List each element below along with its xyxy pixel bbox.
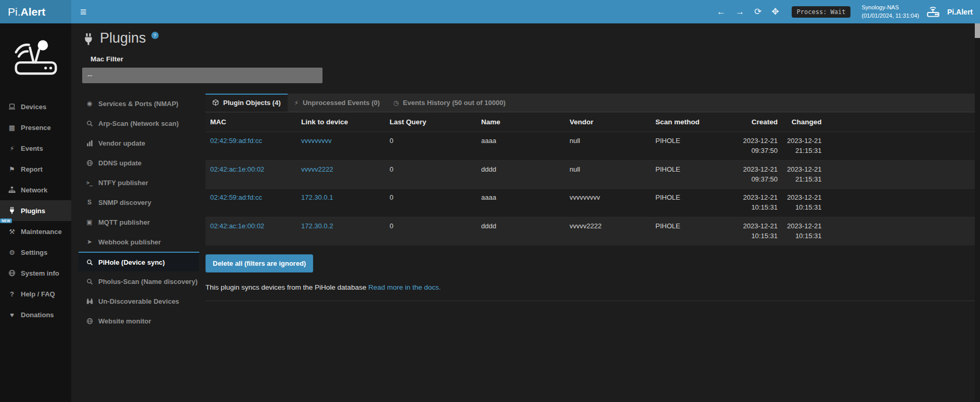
tab-label: Unprocessed Events (0) bbox=[303, 99, 380, 107]
sidebar-menu: Devices ▦ Presence ⚡ Events ⚑ Report Net… bbox=[0, 96, 71, 325]
sidebar-item-help-faq[interactable]: ? Help / FAQ bbox=[0, 283, 71, 304]
plugin-nav-item-pholus[interactable]: Pholus-Scan (Name discovery) bbox=[79, 271, 199, 291]
send-icon: ➤ bbox=[85, 238, 94, 245]
fullscreen-icon[interactable]: ✥ bbox=[770, 6, 780, 17]
column-header-vendor: Vendor bbox=[565, 112, 651, 132]
host-name: Synology-NAS bbox=[861, 4, 919, 12]
changed-cell: 2023-12-2121:15:31 bbox=[782, 160, 827, 189]
wrench-icon: ⚒ bbox=[8, 228, 16, 236]
tab-plugin-objects[interactable]: Plugin Objects (4) bbox=[205, 94, 288, 112]
delete-all-button[interactable]: Delete all (filters are ignored) bbox=[205, 254, 313, 273]
navbar-right: ← → ⟳ ✥ Process: Wait Synology-NAS (01/0… bbox=[715, 4, 980, 20]
docs-link[interactable]: Read more in the docs. bbox=[368, 283, 441, 291]
sidebar-item-label: Report bbox=[21, 165, 43, 173]
sidebar-item-settings[interactable]: ⚙ Settings bbox=[0, 242, 71, 263]
search-icon bbox=[85, 120, 94, 127]
changed-cell: 2023-12-2121:15:31 bbox=[782, 132, 827, 161]
plugin-nav-item-ddns[interactable]: DDNS update bbox=[79, 153, 199, 173]
plugin-nav-item-ntfy[interactable]: >_ NTFY publisher bbox=[79, 173, 199, 192]
globe-icon bbox=[85, 160, 94, 166]
sidebar-item-presence[interactable]: ▦ Presence bbox=[0, 117, 71, 138]
sidebar-item-report[interactable]: ⚑ Report bbox=[0, 159, 71, 179]
host-info: Synology-NAS (01/01/2024, 11:31:04) bbox=[861, 4, 919, 20]
plugin-nav-item-nmap[interactable]: ◉ Services & Ports (NMAP) bbox=[79, 94, 199, 113]
column-header-name: Name bbox=[476, 112, 565, 132]
device-link[interactable]: vvvvvvvvv bbox=[301, 137, 332, 145]
brand[interactable]: Pi.Alert bbox=[0, 0, 71, 23]
plugin-nav-label: Website monitor bbox=[98, 317, 151, 325]
refresh-icon[interactable]: ⟳ bbox=[753, 6, 763, 17]
sidebar-item-system-info[interactable]: System info bbox=[0, 263, 71, 283]
plugin-nav-label: Arp-Scan (Network scan) bbox=[98, 120, 179, 127]
last-query-cell: 0 bbox=[385, 189, 476, 217]
plugin-nav-item-webhook[interactable]: ➤ Webhook publisher bbox=[79, 232, 199, 252]
sidebar-item-label: Events bbox=[21, 145, 43, 152]
table-row: 02:42:ac:1e:00:02 172.30.0.2 0 dddd vvvv… bbox=[205, 217, 975, 245]
plugin-nav-label: Un-Discoverable Devices bbox=[98, 297, 179, 305]
hamburger-icon[interactable]: ≡ bbox=[71, 0, 95, 23]
plugin-nav: ◉ Services & Ports (NMAP) Arp-Scan (Netw… bbox=[79, 94, 199, 331]
created-cell: 2023-12-2109:37:50 bbox=[737, 160, 782, 189]
plugin-nav-item-vendor-update[interactable]: Vendor update bbox=[79, 133, 199, 153]
plugin-nav-label: NTFY publisher bbox=[98, 179, 148, 187]
mqtt-icon: ▣ bbox=[85, 218, 94, 226]
last-query-cell: 0 bbox=[385, 217, 476, 245]
sidebar-item-donations[interactable]: ♥ Donations bbox=[0, 304, 71, 325]
plugin-nav-item-website-monitor[interactable]: Website monitor bbox=[79, 311, 199, 331]
plugin-objects-table: MAC Link to device Last Query Name Vendo… bbox=[205, 112, 975, 245]
tab-unprocessed-events[interactable]: ⚡ Unprocessed Events (0) bbox=[288, 94, 387, 112]
plugin-nav-item-pihole[interactable]: PiHole (Device sync) bbox=[79, 252, 199, 271]
plugin-nav-label: Webhook publisher bbox=[98, 238, 161, 246]
tab-events-history[interactable]: ◷ Events History (50 out of 10000) bbox=[386, 94, 512, 112]
sidebar-item-network[interactable]: Network bbox=[0, 179, 71, 200]
mac-filter-input[interactable] bbox=[82, 68, 323, 83]
sidebar-item-label: Devices bbox=[21, 103, 46, 111]
mac-link[interactable]: 02:42:ac:1e:00:02 bbox=[210, 165, 264, 173]
tab-label: Events History (50 out of 10000) bbox=[403, 99, 506, 107]
page-scrollbar bbox=[975, 23, 980, 402]
brand-bold: Alert bbox=[21, 6, 46, 18]
plugin-nav-item-undiscoverable[interactable]: Un-Discoverable Devices bbox=[79, 291, 199, 311]
sidebar-item-maintenance[interactable]: NEW ⚒ Maintenance bbox=[0, 221, 71, 242]
tab-label: Plugin Objects (4) bbox=[223, 99, 281, 107]
mac-link[interactable]: 02:42:ac:1e:00:02 bbox=[210, 222, 264, 230]
back-icon[interactable]: ← bbox=[715, 7, 727, 17]
forward-icon[interactable]: → bbox=[734, 7, 746, 17]
plugin-nav-item-mqtt[interactable]: ▣ MQTT publisher bbox=[79, 212, 199, 232]
sidebar-item-plugins[interactable]: Plugins bbox=[0, 200, 71, 221]
name-cell: dddd bbox=[476, 160, 565, 189]
sidebar-item-label: Maintenance bbox=[21, 228, 62, 236]
last-query-cell: 0 bbox=[385, 132, 476, 161]
column-header-filler bbox=[827, 112, 975, 132]
help-badge[interactable]: ? bbox=[151, 32, 159, 39]
tab-bar: Plugin Objects (4) ⚡ Unprocessed Events … bbox=[205, 94, 975, 112]
sidebar-item-label: Settings bbox=[21, 249, 47, 256]
laptop-icon bbox=[8, 103, 16, 110]
mac-link[interactable]: 02:42:59:ad:fd:cc bbox=[210, 137, 262, 145]
plugin-nav-label: MQTT publisher bbox=[98, 218, 150, 226]
vendor-cell: vvvvv2222 bbox=[565, 217, 651, 245]
plugin-nav-item-arpscan[interactable]: Arp-Scan (Network scan) bbox=[79, 113, 199, 133]
cube-icon bbox=[212, 99, 219, 106]
flag-icon: ⚑ bbox=[8, 165, 16, 173]
mac-link[interactable]: 02:42:59:ad:fd:cc bbox=[210, 193, 262, 201]
plugin-nav-item-snmp[interactable]: S SNMP discovery bbox=[79, 192, 199, 212]
plugin-nav-label: Vendor update bbox=[98, 139, 145, 147]
chart-icon bbox=[85, 140, 94, 147]
main-layout: Devices ▦ Presence ⚡ Events ⚑ Report Net… bbox=[0, 23, 980, 402]
scan-method-cell: PIHOLE bbox=[651, 189, 737, 217]
column-header-last-query: Last Query bbox=[385, 112, 476, 132]
plugin-nav-label: DDNS update bbox=[98, 159, 141, 167]
sidebar: Devices ▦ Presence ⚡ Events ⚑ Report Net… bbox=[0, 23, 71, 402]
sidebar-item-events[interactable]: ⚡ Events bbox=[0, 138, 71, 159]
vendor-cell: null bbox=[565, 160, 651, 189]
page-title: Plugins bbox=[100, 30, 146, 46]
device-link[interactable]: vvvvv2222 bbox=[301, 165, 333, 173]
column-header-mac: MAC bbox=[205, 112, 296, 132]
device-link[interactable]: 172.30.0.2 bbox=[301, 222, 333, 230]
binoculars-icon bbox=[85, 298, 94, 305]
sidebar-item-devices[interactable]: Devices bbox=[0, 96, 71, 117]
table-row: 02:42:ac:1e:00:02 vvvvv2222 0 dddd null … bbox=[205, 160, 975, 189]
device-link[interactable]: 172.30.0.1 bbox=[301, 193, 333, 201]
scrollbar-thumb[interactable] bbox=[975, 23, 980, 38]
